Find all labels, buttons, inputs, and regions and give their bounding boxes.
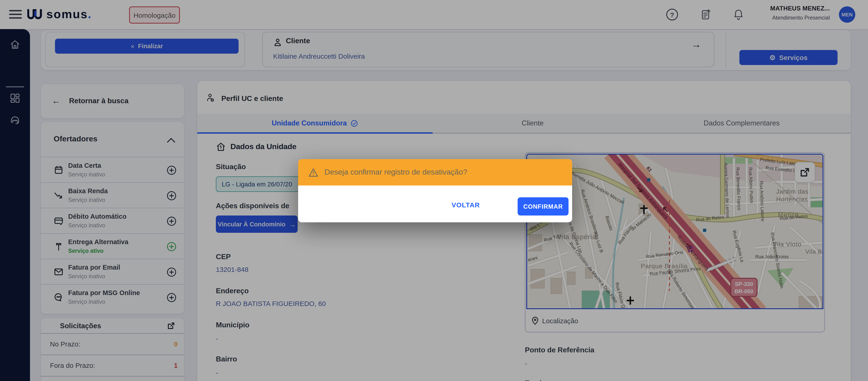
voltar-button[interactable]: VOLTAR (452, 201, 480, 209)
app-root: somus. Homologação ? MATHEUS MENEZ... At… (0, 0, 868, 381)
confirmar-button[interactable]: CONFIRMAR (518, 197, 568, 215)
dialog-message: Deseja confirmar registro de desativação… (324, 168, 467, 177)
confirmation-dialog: Deseja confirmar registro de desativação… (298, 159, 572, 222)
dialog-header: Deseja confirmar registro de desativação… (298, 159, 572, 185)
warning-icon (308, 167, 318, 178)
